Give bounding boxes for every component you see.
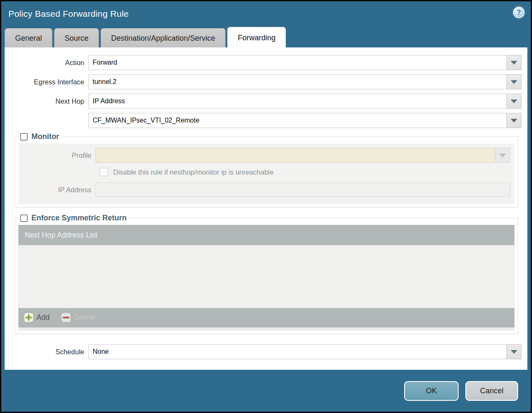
tab-destination-application-service[interactable]: Destination/Application/Service (101, 28, 226, 47)
next-hop-address-row: CF_MWAN_IPsec_VTI_02_Remote (5, 113, 522, 128)
action-label: Action (5, 59, 88, 67)
profile-row: Profile (18, 148, 514, 163)
tab-forwarding[interactable]: Forwarding (227, 27, 286, 48)
action-value[interactable]: Forward (88, 55, 507, 70)
policy-based-forwarding-dialog: Policy Based Forwarding Rule ? General S… (0, 0, 532, 413)
monitor-panel: Profile Disable this rule if nexthop/mon… (18, 144, 514, 204)
next-hop-row: Next Hop IP Address (5, 94, 522, 109)
forwarding-tab-panel: Action Forward Egress Interface tunnel.2… (5, 47, 527, 370)
action-combo[interactable]: Forward (88, 55, 522, 70)
symmetric-return-checkbox[interactable] (20, 214, 28, 222)
next-hop-address-dropdown-button[interactable] (506, 113, 522, 128)
egress-interface-combo[interactable]: tunnel.2 (88, 74, 522, 89)
schedule-value[interactable]: None (88, 344, 507, 359)
add-button-label: Add (36, 313, 49, 322)
table-footer: Add Delete (18, 308, 514, 327)
next-hop-combo[interactable]: IP Address (88, 94, 522, 109)
egress-interface-dropdown-button[interactable] (506, 74, 522, 89)
profile-label: Profile (18, 152, 96, 159)
disable-rule-row: Disable this rule if nexthop/monitor ip … (100, 168, 514, 176)
next-hop-address-value[interactable]: CF_MWAN_IPsec_VTI_02_Remote (88, 113, 507, 128)
profile-dropdown-button[interactable] (495, 148, 510, 163)
action-dropdown-button[interactable] (506, 55, 522, 70)
tab-source[interactable]: Source (54, 28, 99, 47)
minus-icon (61, 313, 71, 322)
symmetric-return-group: Enforce Symmetric Return Next Hop Addres… (15, 214, 518, 334)
schedule-combo[interactable]: None (88, 344, 522, 359)
symmetric-return-legend: Enforce Symmetric Return (19, 214, 130, 222)
monitor-group: Monitor Profile Disable this rule if nex… (15, 132, 518, 208)
add-button[interactable]: Add (24, 313, 49, 322)
monitor-ip-address-row: IP Address (18, 182, 514, 197)
tab-bar: General Source Destination/Application/S… (1, 26, 531, 47)
cancel-button[interactable]: Cancel (465, 381, 518, 401)
delete-button[interactable]: Delete (61, 313, 95, 322)
tab-general[interactable]: General (5, 28, 52, 47)
monitor-checkbox[interactable] (20, 133, 28, 141)
chevron-down-icon (511, 80, 517, 84)
chevron-down-icon (499, 154, 506, 157)
egress-interface-row: Egress Interface tunnel.2 (5, 74, 522, 89)
help-glyph: ? (516, 8, 521, 17)
plus-icon (24, 313, 34, 322)
table-bottom-strip (18, 327, 514, 330)
monitor-ip-address-label: IP Address (18, 186, 96, 194)
ok-button[interactable]: OK (404, 381, 459, 401)
schedule-label: Schedule (5, 348, 88, 356)
action-row: Action Forward (5, 55, 522, 70)
egress-interface-value[interactable]: tunnel.2 (88, 74, 507, 89)
table-body[interactable] (18, 245, 514, 308)
schedule-row: Schedule None (5, 344, 522, 359)
profile-value[interactable] (96, 148, 496, 163)
disable-rule-label: Disable this rule if nexthop/monitor ip … (113, 168, 273, 176)
dialog-button-bar: OK Cancel (1, 370, 531, 401)
chevron-down-icon (511, 119, 517, 123)
chevron-down-icon (511, 61, 517, 65)
next-hop-label: Next Hop (5, 97, 88, 105)
chevron-down-icon (511, 350, 517, 354)
next-hop-address-combo[interactable]: CF_MWAN_IPsec_VTI_02_Remote (88, 113, 522, 128)
next-hop-dropdown-button[interactable] (506, 94, 522, 109)
monitor-legend: Monitor (19, 132, 62, 141)
dialog-title: Policy Based Forwarding Rule (8, 9, 129, 19)
symmetric-return-legend-label: Enforce Symmetric Return (31, 214, 127, 222)
next-hop-address-list-table: Next Hop Address List Add (18, 225, 514, 330)
profile-combo[interactable] (96, 148, 510, 163)
help-icon[interactable]: ? (513, 7, 524, 18)
chevron-down-icon (511, 99, 517, 103)
table-header: Next Hop Address List (18, 225, 514, 245)
delete-button-label: Delete (74, 313, 95, 322)
next-hop-value[interactable]: IP Address (88, 94, 507, 109)
monitor-legend-label: Monitor (31, 132, 59, 141)
schedule-dropdown-button[interactable] (506, 344, 522, 359)
title-bar: Policy Based Forwarding Rule (1, 1, 531, 26)
egress-interface-label: Egress Interface (5, 78, 88, 86)
disable-rule-checkbox[interactable] (100, 168, 108, 176)
monitor-ip-address-input[interactable] (96, 183, 510, 197)
table-header-label: Next Hop Address List (25, 231, 97, 240)
